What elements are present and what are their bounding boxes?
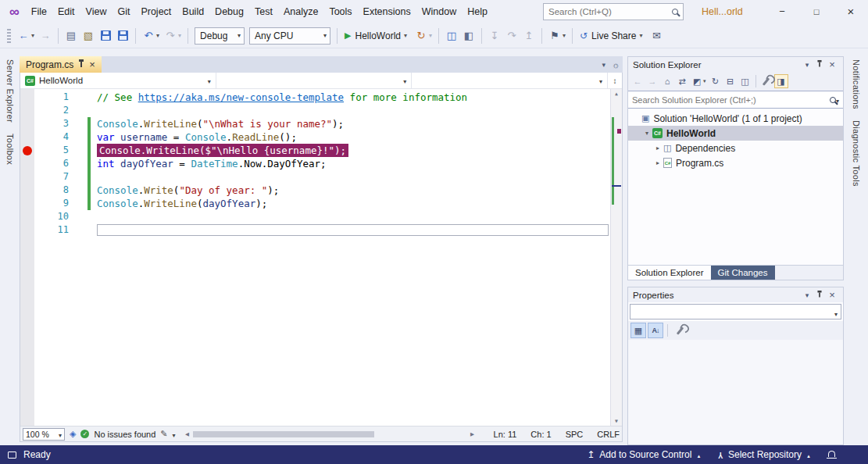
quick-search-box[interactable] xyxy=(543,3,684,20)
menu-debug[interactable]: Debug xyxy=(209,0,249,23)
menu-edit[interactable]: Edit xyxy=(52,0,80,23)
close-icon[interactable] xyxy=(826,59,838,70)
tree-item-dependencies[interactable]: ▸◫Dependencies xyxy=(628,141,843,155)
bookmark-caret[interactable]: ▾ xyxy=(563,32,566,39)
preview-selected-items-icon[interactable]: ◨ xyxy=(774,74,788,88)
menu-file[interactable]: File xyxy=(26,0,52,23)
member-dropdown[interactable] xyxy=(412,73,608,88)
issues-label[interactable]: No issues found xyxy=(94,430,155,439)
tree-item-program-cs[interactable]: ▸C#Program.cs xyxy=(628,155,843,170)
glyph-margin-cell[interactable] xyxy=(20,223,34,237)
hot-reload-icon[interactable]: ↻ xyxy=(413,27,429,45)
redo-caret[interactable]: ▾ xyxy=(178,32,181,39)
panel-tab-git-changes[interactable]: Git Changes xyxy=(711,266,775,280)
step-over-icon[interactable]: ↷ xyxy=(504,27,520,45)
scrollbar-thumb[interactable] xyxy=(193,431,374,437)
code-line-7[interactable]: 7 xyxy=(20,170,622,184)
code-text[interactable]: int dayOfYear = DateTime.Now.DayOfYear; xyxy=(97,157,609,170)
nav-back-caret[interactable]: ▾ xyxy=(31,32,34,39)
toolbar-drag-handle[interactable] xyxy=(7,29,11,43)
close-icon[interactable] xyxy=(826,289,838,301)
live-preview-icon[interactable]: ◫ xyxy=(444,27,459,45)
code-line-2[interactable]: 2 xyxy=(20,104,622,117)
new-file-icon[interactable]: ▤ xyxy=(63,27,79,45)
save-icon[interactable] xyxy=(98,27,113,45)
code-line-10[interactable]: 10 xyxy=(20,210,622,223)
window-menu-icon[interactable] xyxy=(801,61,813,69)
menu-test[interactable]: Test xyxy=(249,0,278,23)
code-line-9[interactable]: 9Console.WriteLine(dayOfYear); xyxy=(20,197,622,210)
code-text[interactable]: var username = Console.ReadLine(); xyxy=(97,130,609,144)
editor-horizontal-scrollbar[interactable] xyxy=(184,429,477,440)
menu-build[interactable]: Build xyxy=(177,0,209,23)
pin-icon[interactable] xyxy=(80,62,82,67)
code-text[interactable] xyxy=(97,170,609,184)
categorized-icon[interactable]: ▦ xyxy=(630,323,646,338)
live-share-caret[interactable]: ▾ xyxy=(639,32,642,39)
tab-program-cs[interactable]: Program.cs xyxy=(20,56,102,73)
code-text[interactable] xyxy=(97,104,609,117)
select-repository-button[interactable]: Select Repository xyxy=(718,449,811,460)
background-tasks-icon[interactable] xyxy=(8,452,16,459)
indentation-indicator[interactable]: SPC xyxy=(566,430,584,439)
home-icon[interactable]: ⌂ xyxy=(660,74,674,88)
scroll-up-icon[interactable] xyxy=(611,91,622,97)
tool-tab-diagnostic-tools[interactable]: Diagnostic Tools xyxy=(852,120,861,187)
glyph-margin-cell[interactable] xyxy=(20,117,34,130)
start-debugging-button[interactable]: ▶HelloWorld▾ xyxy=(345,30,409,41)
code-line-11[interactable]: 11 xyxy=(20,223,622,237)
step-into-icon[interactable]: ↧ xyxy=(487,27,502,45)
tool-tab-notifications[interactable]: Notifications xyxy=(852,59,861,109)
glyph-margin-cell[interactable] xyxy=(20,104,34,117)
editor-vertical-scrollbar[interactable] xyxy=(610,89,622,426)
menu-analyze[interactable]: Analyze xyxy=(278,0,323,23)
properties-icon[interactable] xyxy=(759,74,773,88)
tool-tab-toolbox[interactable]: Toolbox xyxy=(5,134,15,165)
collapse-all-icon[interactable]: ⊟ xyxy=(723,74,738,88)
menu-project[interactable]: Project xyxy=(135,0,177,23)
menu-tools[interactable]: Tools xyxy=(323,0,357,23)
solution-platforms-dropdown[interactable]: Any CPU▾ xyxy=(249,27,330,45)
code-line-5[interactable]: 5Console.WriteLine($"\nHello {username}!… xyxy=(20,144,622,157)
glyph-margin-cell[interactable] xyxy=(20,197,34,210)
menu-window[interactable]: Window xyxy=(416,0,462,23)
refresh-icon[interactable]: ↻ xyxy=(709,74,723,88)
split-window-icon[interactable] xyxy=(608,77,622,85)
minimize-button[interactable] xyxy=(765,0,799,23)
solution-explorer-search-input[interactable] xyxy=(632,95,827,105)
show-all-files-icon[interactable]: ◫ xyxy=(738,74,752,88)
glyph-margin-cell[interactable] xyxy=(20,130,34,144)
glyph-margin-cell[interactable] xyxy=(20,91,34,104)
code-text[interactable]: Console.WriteLine("\nWhat is your name?"… xyxy=(97,117,609,130)
code-text[interactable]: // See https://aka.ms/new-console-templa… xyxy=(97,91,609,104)
close-tab-icon[interactable] xyxy=(89,59,95,70)
scroll-right-icon[interactable] xyxy=(469,429,477,440)
nav-back-icon[interactable]: ← xyxy=(16,27,31,45)
feedback-icon[interactable]: ✉ xyxy=(648,27,664,45)
suggestion-pencil-icon[interactable] xyxy=(160,429,167,439)
solution-explorer-title-bar[interactable]: Solution Explorer xyxy=(628,57,843,72)
code-text[interactable] xyxy=(97,223,609,237)
glyph-margin-cell[interactable] xyxy=(20,170,34,184)
run-options-caret[interactable]: ▾ xyxy=(404,32,407,39)
code-text[interactable]: Console.WriteLine(dayOfYear); xyxy=(97,197,609,210)
code-line-8[interactable]: 8Console.Write("Day of year: "); xyxy=(20,184,622,197)
tool-tab-server-explorer[interactable]: Server Explorer xyxy=(5,59,15,123)
sync-with-active-document-icon[interactable]: ⇄ xyxy=(675,74,689,88)
line-ending-indicator[interactable]: CRLF xyxy=(597,430,620,439)
quick-search-input[interactable] xyxy=(548,7,669,16)
live-share-button[interactable]: ↺Live Share▾ xyxy=(580,30,645,41)
se-forward-icon[interactable]: → xyxy=(645,74,659,88)
glyph-margin-cell[interactable] xyxy=(20,157,34,170)
chevron-down-icon[interactable] xyxy=(173,430,176,439)
expander-icon[interactable]: ▸ xyxy=(653,159,663,166)
type-dropdown[interactable] xyxy=(216,73,413,88)
menu-help[interactable]: Help xyxy=(462,0,493,23)
se-back-icon[interactable]: ← xyxy=(630,74,645,88)
glyph-margin-cell[interactable] xyxy=(20,210,34,223)
panel-tab-solution-explorer[interactable]: Solution Explorer xyxy=(628,266,711,280)
step-out-icon[interactable]: ↥ xyxy=(521,27,537,45)
pin-icon[interactable] xyxy=(813,61,826,69)
pin-icon[interactable] xyxy=(813,291,826,299)
editor-settings-icon[interactable] xyxy=(612,60,620,70)
